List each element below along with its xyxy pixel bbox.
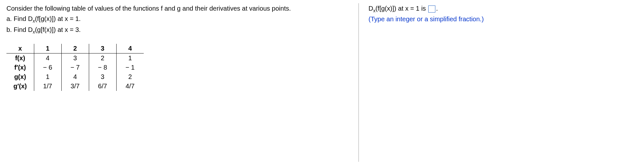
values-table: x 1 2 3 4 f(x) 4 3 2 1 f′(x) − 6 − 7 − 8… [6,44,144,91]
cell: 1/7 [34,82,61,91]
part-b: b. Find Dx(g[f(x)]) at x = 3. [6,24,352,35]
row-label: g(x) [6,72,34,82]
cell: 4/7 [116,82,144,91]
header-1: 1 [34,44,61,53]
cell: 1 [34,72,61,82]
part-a: a. Find Dx(f[g(x)]) at x = 1. [6,14,352,24]
cell: − 1 [116,63,144,72]
cell: − 6 [34,63,61,72]
problem-statement: Consider the following table of values o… [6,3,352,36]
header-4: 4 [116,44,144,53]
answer-input[interactable] [428,5,435,13]
cell: − 8 [89,63,116,72]
cell: 2 [116,72,144,82]
table-row: g′(x) 1/7 3/7 6/7 4/7 [6,82,144,91]
intro-text: Consider the following table of values o… [6,3,352,14]
cell: 1 [116,53,144,63]
header-2: 2 [61,44,89,53]
header-x: x [6,44,34,53]
header-3: 3 [89,44,116,53]
answer-instruction: (Type an integer or a simplified fractio… [369,15,638,23]
cell: 6/7 [89,82,116,91]
table-header-row: x 1 2 3 4 [6,44,144,53]
cell: 4 [61,72,89,82]
row-label: f′(x) [6,63,34,72]
row-label: g′(x) [6,82,34,91]
table-row: f′(x) − 6 − 7 − 8 − 1 [6,63,144,72]
cell: 3/7 [61,82,89,91]
answer-prompt: Dx(f[g(x)]) at x = 1 is . [369,3,638,14]
table-row: g(x) 1 4 3 2 [6,72,144,82]
cell: 4 [34,53,61,63]
problem-panel: Consider the following table of values o… [6,3,358,162]
table-row: f(x) 4 3 2 1 [6,53,144,63]
row-label: f(x) [6,53,34,63]
cell: 3 [61,53,89,63]
answer-panel: Dx(f[g(x)]) at x = 1 is . (Type an integ… [358,3,638,162]
cell: 3 [89,72,116,82]
cell: − 7 [61,63,89,72]
cell: 2 [89,53,116,63]
